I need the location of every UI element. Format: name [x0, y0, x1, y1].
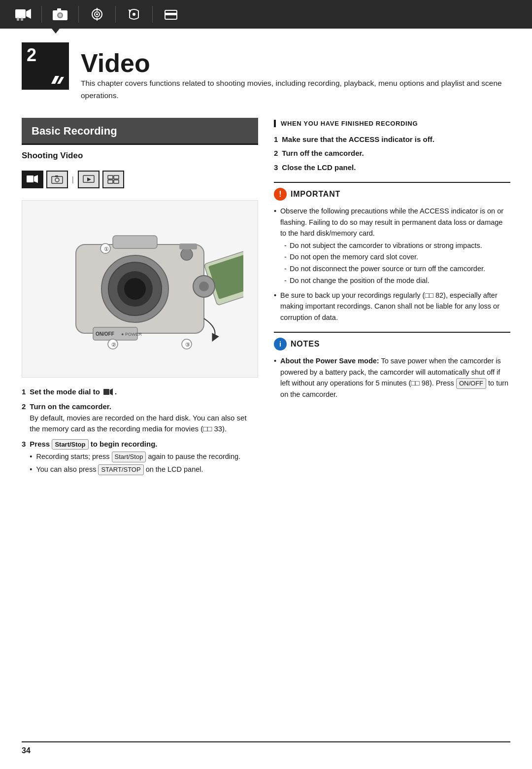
svg-point-33	[124, 278, 146, 300]
badge-icons	[50, 75, 64, 86]
finished-step-1-text: Make sure that the ACCESS indicator is o…	[282, 134, 434, 145]
finished-step-3-text: Close the LCD panel.	[282, 162, 356, 174]
main-content: 2 Video This chapter covers functions re…	[0, 29, 532, 495]
notes-bullets: • About the Power Save mode: To save pow…	[274, 355, 510, 400]
important-box: ! Important • Observe the following prec…	[274, 182, 510, 323]
finished-step-3: 3 Close the LCD panel.	[274, 162, 510, 174]
target-icon[interactable]	[88, 5, 106, 24]
card-icon[interactable]	[162, 5, 180, 24]
mode-icons-row: |	[22, 168, 258, 191]
nav-arrow-down	[52, 29, 60, 34]
important-header: ! Important	[274, 188, 510, 201]
important-sub-list: - Do not subject the camcorder to vibrat…	[280, 241, 510, 286]
important-title: Important	[291, 190, 340, 199]
nav-divider-3	[115, 6, 116, 23]
svg-text:ON/OFF: ON/OFF	[96, 331, 114, 337]
notes-title: Notes	[291, 340, 320, 349]
photo-mode-box[interactable]	[46, 171, 68, 188]
svg-marker-24	[87, 177, 91, 181]
video-mode-box[interactable]	[22, 171, 43, 188]
svg-marker-17	[57, 77, 64, 84]
sub-dash-4: - Do not change the position of the mode…	[280, 276, 510, 286]
thick-divider	[22, 143, 258, 145]
nav-divider-2	[78, 6, 79, 23]
step-3-bullet-2: • You can also press START/STOP on the L…	[30, 464, 258, 475]
sub-dash-3: - Do not disconnect the power source or …	[280, 264, 510, 275]
svg-point-6	[59, 14, 62, 17]
notes-header: i Notes	[274, 338, 510, 350]
chapter-badge: 2	[22, 42, 69, 90]
svg-rect-18	[27, 175, 33, 182]
svg-text:①: ①	[104, 246, 109, 252]
svg-rect-20	[52, 176, 63, 183]
sub-dash-2: - Do not open the memory card slot cover…	[280, 252, 510, 263]
svg-rect-15	[165, 13, 177, 15]
browse-mode-box[interactable]	[102, 171, 124, 188]
important-bullet-1: • Observe the following precautions whil…	[274, 206, 510, 287]
finished-step-2: 2 Turn off the camcorder.	[274, 148, 510, 159]
camera-diagram: ON/OFF ● POWER ① ② ③	[22, 200, 258, 378]
chapter-title: Video	[81, 46, 510, 77]
svg-point-21	[55, 178, 59, 182]
svg-marker-51	[110, 388, 113, 395]
page-number: 34	[22, 746, 31, 755]
important-bullet-2: • Be sure to back up your recordings reg…	[274, 290, 510, 323]
startstop-btn-label: Start/Stop	[52, 439, 88, 450]
onoff-btn-label: ON/OFF	[456, 378, 486, 389]
finished-step-2-text: Turn off the camcorder.	[282, 148, 364, 159]
svg-rect-26	[114, 175, 119, 179]
svg-point-10	[96, 13, 98, 15]
step-2-bold: Turn on the camcorder.	[30, 402, 111, 411]
section-title: Basic Recording	[32, 125, 248, 138]
svg-rect-0	[15, 9, 26, 18]
step-3: 3 Press Start/Stop to begin recording. •…	[22, 439, 258, 477]
notes-box: i Notes • About the Power Save mode: To …	[274, 332, 510, 400]
step-2-detail: By default, movies are recorded on the h…	[30, 414, 246, 433]
svg-text:● POWER: ● POWER	[121, 332, 142, 337]
svg-rect-25	[108, 175, 113, 179]
mode-separator-1: |	[72, 175, 74, 183]
svg-rect-2	[17, 18, 19, 21]
svg-rect-22	[55, 175, 58, 177]
svg-rect-27	[108, 180, 113, 183]
svg-text:②: ②	[111, 342, 116, 348]
nav-divider-1	[41, 6, 42, 23]
chapter-number: 2	[27, 46, 36, 64]
step-1: 1 Set the mode dial to .	[22, 386, 258, 398]
rotate-icon[interactable]	[125, 5, 143, 24]
start-stop-caps-btn: START/STOP	[98, 464, 143, 475]
step-3-bullets: • Recording starts; press Start/Stop aga…	[30, 452, 258, 475]
right-column: When You Have Finished Recording 1 Make …	[274, 118, 510, 481]
top-nav	[0, 0, 532, 29]
svg-rect-50	[103, 389, 109, 395]
finished-step-1: 1 Make sure that the ACCESS indicator is…	[274, 134, 510, 145]
notes-bullet-1: • About the Power Save mode: To save pow…	[274, 355, 510, 400]
video-mode-icon[interactable]	[14, 5, 33, 24]
startstop-btn-label-2: Start/Stop	[112, 452, 146, 462]
playback-mode-box[interactable]	[78, 171, 100, 188]
left-column: Basic Recording Shooting Video	[22, 118, 258, 481]
section-title-box: Basic Recording	[22, 118, 258, 143]
chapter-description: This chapter covers functions related to…	[81, 77, 510, 102]
nav-divider-4	[152, 6, 153, 23]
svg-text:③: ③	[185, 342, 190, 348]
when-finished-heading: When You Have Finished Recording	[274, 120, 510, 127]
chapter-header: 2 Video This chapter covers functions re…	[22, 42, 510, 102]
step-3-bullet-1: • Recording starts; press Start/Stop aga…	[30, 452, 258, 462]
important-icon: !	[274, 188, 287, 201]
finished-steps: 1 Make sure that the ACCESS indicator is…	[274, 134, 510, 174]
two-col-layout: Basic Recording Shooting Video	[22, 118, 510, 481]
photo-mode-icon[interactable]	[51, 5, 69, 24]
svg-point-43	[199, 281, 209, 291]
svg-point-35	[181, 248, 193, 260]
svg-rect-34	[113, 236, 157, 248]
svg-rect-3	[21, 18, 23, 21]
steps-list: 1 Set the mode dial to . 2 Turn on the c…	[22, 386, 258, 477]
svg-point-13	[133, 13, 135, 16]
notes-icon: i	[274, 338, 287, 350]
svg-rect-7	[57, 8, 61, 11]
svg-marker-19	[34, 175, 38, 183]
page-footer: 34	[22, 741, 510, 755]
important-bullets: • Observe the following precautions whil…	[274, 206, 510, 323]
svg-rect-28	[114, 180, 119, 183]
